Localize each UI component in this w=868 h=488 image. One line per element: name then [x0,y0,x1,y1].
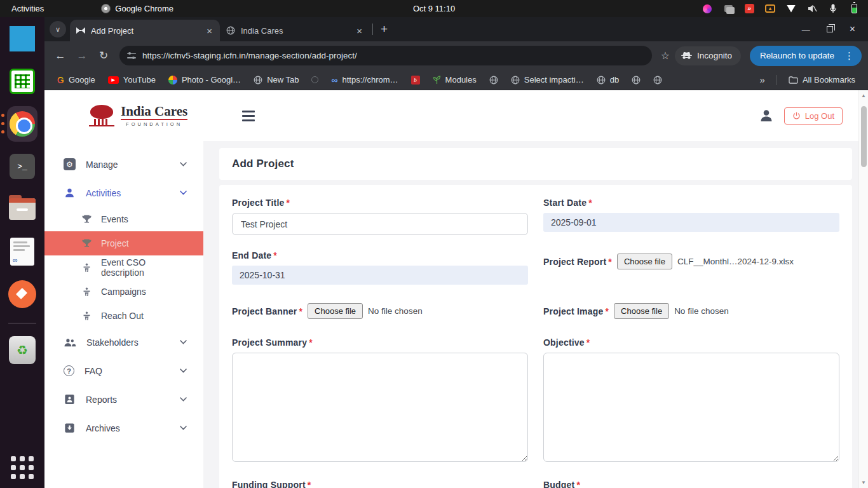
chevron-down-icon [180,191,187,195]
india-cares-logo[interactable]: India Cares FOUNDATION [88,104,187,127]
bookmark-chrome-link[interactable]: ∞https://chrom… [326,73,403,87]
power-icon [792,112,801,120]
url-text[interactable]: https://icfnv5-staging.icfn.in/manage-se… [142,51,357,60]
dock-vscode-icon[interactable] [7,24,37,54]
chrome-app-icon [101,4,111,13]
page-content: India Cares FOUNDATION Log Out [44,90,868,488]
sidebar-item-stakeholders[interactable]: Stakeholders [44,328,203,356]
forward-button[interactable]: → [72,46,92,65]
project-banner-field: Project Banner* Choose file No file chos… [232,300,528,322]
minimize-button[interactable]: — [802,25,810,34]
dock-separator [8,323,36,323]
project-report-label: Project Report* [543,257,612,267]
project-report-field: Project Report* Choose file CLF__Monthl…… [543,250,839,273]
bajaj-icon: b [411,76,420,85]
gear-icon: ⚙ [64,158,76,170]
sidebar-item-events[interactable]: Events [44,207,203,231]
all-bookmarks-button[interactable]: All Bookmarks [783,73,860,86]
volume-muted-icon[interactable] [807,4,817,14]
scroll-down-arrow[interactable]: ▼ [861,477,866,488]
project-banner-file-name: No file chosen [368,306,423,316]
relaunch-to-update-button[interactable]: Relaunch to update ⋮ [750,46,862,66]
project-summary-textarea[interactable] [232,353,528,462]
bookmark-google[interactable]: GGoogle [52,73,100,87]
project-report-choose-file-button[interactable]: Choose file [617,254,672,269]
scrollbar-thumb[interactable] [861,106,867,167]
sidebar-item-faq[interactable]: ? FAQ [44,356,203,385]
app-grid-button[interactable] [11,456,34,479]
globe-icon [254,76,262,85]
bookmark-unnamed[interactable] [306,74,323,85]
project-title-input[interactable] [232,213,528,235]
screen-share-icon[interactable]: ▲ [765,4,775,14]
dock-postman-icon[interactable] [7,279,37,309]
battery-icon[interactable] [849,4,859,14]
network-icon[interactable] [786,4,796,14]
address-bar[interactable]: https://icfnv5-staging.icfn.in/manage-se… [119,46,652,65]
focused-app-name[interactable]: Google Chrome [101,4,173,13]
end-date-label: End Date* [232,250,528,261]
bookmark-star-icon[interactable]: ☆ [661,50,670,62]
sidebar-item-event-cso-description[interactable]: Event CSO description [44,255,203,280]
tab-favicon-bowtie [76,27,85,34]
sidebar-item-reach-out[interactable]: Reach Out [44,304,203,328]
restore-button[interactable] [827,26,833,32]
tab-search-button[interactable]: ∨ [50,21,66,37]
tab-add-project[interactable]: Add Project × [70,20,220,41]
folder-icon [789,76,798,84]
project-banner-choose-file-button[interactable]: Choose file [308,303,363,319]
objective-textarea[interactable] [543,353,839,462]
start-date-input[interactable] [543,213,839,232]
bookmark-new-tab[interactable]: New Tab [248,73,304,86]
bookmark-modules[interactable]: Modules [428,73,482,86]
tab-close-icon[interactable]: × [205,25,214,36]
close-button[interactable]: × [850,24,855,35]
sidebar-item-reports[interactable]: Reports [44,385,203,414]
sidebar-toggle-hamburger-icon[interactable] [242,111,255,121]
microphone-icon[interactable] [828,4,838,14]
end-date-input[interactable] [232,266,528,285]
bookmarks-overflow-button[interactable]: » [755,74,770,85]
bookmark-google-photos[interactable]: Photo - Googl… [163,73,246,86]
user-profile-icon[interactable] [759,108,774,123]
logout-button[interactable]: Log Out [784,107,843,125]
page-scrollbar[interactable]: ▲ ▼ [858,90,868,488]
tab-strip: ∨ Add Project × India Cares × + — × [44,17,868,41]
browser-menu-icon[interactable]: ⋮ [841,50,858,62]
bookmark-select-impact[interactable]: Select impacti… [506,73,589,86]
new-tab-button[interactable]: + [381,22,388,36]
chrome-running-dots [1,114,4,133]
bookmark-globe-3[interactable] [648,74,667,86]
sidebar-item-activities[interactable]: Activities [44,179,203,207]
tab-favicon-globe [226,26,235,35]
dock-libreoffice-calc-icon[interactable] [7,66,37,97]
bookmark-bajaj[interactable]: b [406,74,425,86]
tray-chat-icon[interactable] [723,4,733,14]
dock-chrome-icon[interactable] [7,109,37,139]
dock-document-viewer-icon[interactable]: ∞ [7,236,37,267]
project-image-choose-file-button[interactable]: Choose file [614,303,669,319]
bookmark-globe-2[interactable] [627,74,646,86]
tab-india-cares[interactable]: India Cares × [220,20,370,41]
people-icon [64,337,76,348]
dock-files-icon[interactable] [7,194,37,224]
activities-button[interactable]: Activities [0,4,55,13]
bookmark-youtube[interactable]: ▶YouTube [103,73,161,86]
bookmark-db[interactable]: db [592,73,624,86]
reload-button[interactable]: ↻ [94,46,113,65]
scroll-up-arrow[interactable]: ▲ [861,90,866,101]
system-tray: » ▲ [702,4,868,14]
sidebar-item-manage[interactable]: ⚙ Manage [44,150,203,179]
sidebar-item-project[interactable]: Project [44,231,203,255]
tray-red-badge-icon[interactable]: » [744,4,754,14]
sidebar-item-archives[interactable]: Archives [44,414,203,442]
tray-pink-app-icon[interactable] [702,4,712,14]
sidebar-item-campaigns[interactable]: Campaigns [44,280,203,304]
bookmark-globe-1[interactable] [484,74,503,86]
dock-terminal-icon[interactable]: >_ [7,151,37,182]
back-button[interactable]: ← [51,46,70,65]
banyan-tree-icon [88,105,116,126]
site-info-icon[interactable] [127,52,136,60]
dock-trash-icon[interactable]: ♻ [7,335,37,365]
tab-close-icon[interactable]: × [355,25,363,36]
